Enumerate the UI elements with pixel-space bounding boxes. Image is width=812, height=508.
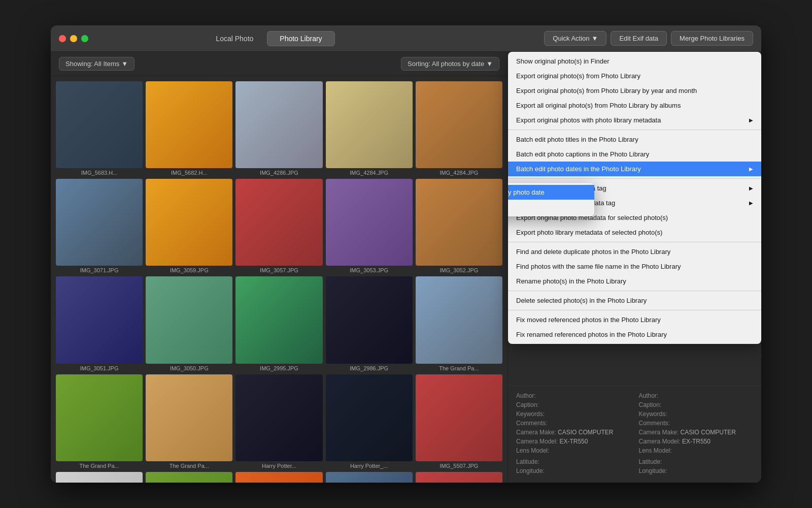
submenu-item-edit-date[interactable]: Edit Photo Library photo date (508, 200, 594, 214)
meta-right-comments: Comments: (639, 420, 754, 427)
photo-item[interactable]: IMG_4284.JPG (326, 81, 413, 176)
photo-item[interactable]: The Grand Pa... (416, 276, 502, 371)
photo-item[interactable]: IMG_5247.jpg (235, 472, 322, 483)
menu-item-batch-captions[interactable]: Batch edit photo captions in the Photo L… (508, 147, 761, 162)
meta-right-camera-model: Camera Model: EX-TR550 (639, 438, 754, 445)
photo-item[interactable]: IMG_3050.JPG (146, 276, 232, 371)
tab-local-photo[interactable]: Local Photo (203, 31, 266, 46)
meta-left-author: Author: (516, 392, 631, 399)
metadata-row-author: Author: Author: (516, 392, 753, 399)
photo-item[interactable]: IMG_2995.JPG (235, 276, 322, 371)
photo-label: IMG_3052.JPG (416, 267, 502, 273)
sorting-filter-button[interactable]: Sorting: All photos by date ▼ (401, 57, 499, 71)
chevron-right-icon: ▶ (749, 166, 753, 172)
photo-item[interactable]: Harry Potter... (235, 374, 322, 469)
filter-bar: Showing: All Items ▼ Sorting: All photos… (51, 52, 507, 76)
photo-item[interactable]: Screenshot_... (56, 472, 143, 483)
main-content: Showing: All Items ▼ Sorting: All photos… (51, 52, 761, 483)
photo-label: IMG_3050.JPG (146, 365, 232, 371)
meta-right-latitude: Latitude: (639, 458, 754, 465)
photo-item[interactable]: MVIMG_2019... (146, 472, 232, 483)
close-button[interactable] (59, 35, 66, 42)
meta-left-caption: Caption: (516, 401, 631, 408)
meta-left-camera-make: Camera Make: CASIO COMPUTER (516, 429, 631, 436)
photo-item[interactable]: 20161022_10... (326, 472, 413, 483)
photo-label: IMG_3071.JPG (56, 267, 143, 273)
menu-item-fix-moved[interactable]: Fix moved referenced photos in the Photo… (508, 312, 761, 327)
photo-item[interactable]: IMG_4284.JPG (416, 81, 502, 176)
menu-item-batch-titles[interactable]: Batch edit photo titles in the Photo Lib… (508, 132, 761, 147)
metadata-row-latitude: Latitude: Latitude: (516, 458, 753, 465)
submenu-item-use-camera-date[interactable]: Use original photo camera date as the Ph… (508, 185, 594, 200)
photo-item[interactable]: IMG_5507.JPG (416, 374, 502, 469)
photo-label: IMG_4284.JPG (416, 170, 502, 176)
quick-action-dropdown: Show original photo(s) in FinderExport o… (508, 52, 761, 344)
meta-left-longitude: Longitude: (516, 467, 631, 474)
chevron-right-icon: ▶ (749, 200, 753, 206)
menu-separator (508, 178, 761, 179)
metadata-panel: Author: Author: Caption: Caption: (508, 386, 761, 483)
menu-item-export-by-year[interactable]: Export original photo(s) from Photo Libr… (508, 83, 761, 98)
photo-label: IMG_3051.JPG (56, 365, 143, 371)
minimize-button[interactable] (70, 35, 77, 42)
menu-item-export-albums[interactable]: Export all original photo(s) from Photo … (508, 98, 761, 113)
menu-item-show-finder[interactable]: Show original photo(s) in Finder (508, 54, 761, 69)
chevron-right-icon: ▶ (749, 185, 753, 191)
photo-label: The Grand Pa... (146, 463, 232, 469)
merge-libraries-button[interactable]: Merge Photo Libraries (671, 31, 753, 46)
photo-item[interactable]: The Grand Pa... (146, 374, 232, 469)
photo-item[interactable]: IMG_5683.H... (56, 81, 143, 176)
meta-left-latitude: Latitude: (516, 458, 631, 465)
maximize-button[interactable] (81, 35, 88, 42)
toolbar-right: Quick Action ▼ Edit Exif data Merge Phot… (544, 31, 753, 46)
photo-label: IMG_5682.H... (146, 170, 232, 176)
menu-item-batch-dates[interactable]: Batch edit photo dates in the Photo Libr… (508, 162, 761, 176)
menu-item-export-original[interactable]: Export original photo(s) from Photo Libr… (508, 69, 761, 83)
photo-item[interactable]: IMG_3071.JPG (56, 179, 143, 273)
photo-grid: IMG_5683.H...IMG_5682.H...IMG_4286.JPGIM… (51, 76, 507, 483)
traffic-lights (59, 35, 88, 42)
titlebar: Local Photo Photo Library Quick Action ▼… (51, 25, 761, 52)
photo-label: IMG_4286.JPG (235, 170, 322, 176)
showing-filter-button[interactable]: Showing: All Items ▼ (59, 57, 134, 71)
photo-label: IMG_5507.JPG (416, 463, 502, 469)
meta-right-lens: Lens Model: (639, 447, 754, 454)
photo-item[interactable]: IMG_3051.JPG (56, 276, 143, 371)
photo-label: Harry Potter_... (326, 463, 413, 469)
photo-label: IMG_3053.JPG (326, 267, 413, 273)
chevron-right-icon: ▶ (749, 117, 753, 123)
photo-label: IMG_3057.JPG (235, 267, 322, 273)
meta-right-author: Author: (639, 392, 754, 399)
meta-right-keywords: Keywords: (639, 410, 754, 418)
photo-label: The Grand Pa... (416, 365, 502, 371)
photo-label: IMG_3059.JPG (146, 267, 232, 273)
photo-item[interactable]: IMG_3059.JPG (146, 179, 232, 273)
menu-item-find-same-name[interactable]: Find photos with the same file name in t… (508, 259, 761, 274)
photo-item[interactable]: IMG_3052.JPG (416, 179, 502, 273)
right-panel: Show original photo(s) in FinderExport o… (507, 52, 761, 483)
chevron-down-icon: ▼ (121, 60, 128, 68)
photo-item[interactable]: IMG_2986.JPG (326, 276, 413, 371)
photo-item[interactable]: IMG_3053.JPG (326, 179, 413, 273)
tab-group: Local Photo Photo Library (203, 31, 334, 46)
metadata-row-camera-make: Camera Make: CASIO COMPUTER Camera Make:… (516, 429, 753, 436)
menu-item-export-lib-meta[interactable]: Export photo library metadata of selecte… (508, 225, 761, 240)
meta-left-lens: Lens Model: (516, 447, 631, 454)
photo-item[interactable]: Harry Potter_... (326, 374, 413, 469)
menu-item-rename-photos[interactable]: Rename photo(s) in the Photo Library (508, 274, 761, 289)
photo-item[interactable]: IMG_5150.JPG (416, 472, 502, 483)
menu-item-export-metadata[interactable]: Export original photos with photo librar… (508, 113, 761, 128)
edit-exif-button[interactable]: Edit Exif data (611, 31, 667, 46)
tab-photo-library[interactable]: Photo Library (267, 31, 334, 46)
photo-item[interactable]: IMG_5682.H... (146, 81, 232, 176)
menu-item-find-duplicates[interactable]: Find and delete duplicate photos in the … (508, 244, 761, 259)
photo-item[interactable]: The Grand Pa... (56, 374, 143, 469)
photo-item[interactable]: IMG_4286.JPG (235, 81, 322, 176)
menu-item-delete-photos[interactable]: Delete selected photo(s) in the Photo Li… (508, 293, 761, 308)
metadata-row-caption: Caption: Caption: (516, 401, 753, 408)
menu-item-fix-renamed[interactable]: Fix renamed referenced photos in the Pho… (508, 327, 761, 342)
photo-panel: Showing: All Items ▼ Sorting: All photos… (51, 52, 507, 483)
chevron-down-icon: ▼ (486, 60, 493, 68)
quick-action-button[interactable]: Quick Action ▼ (544, 31, 606, 46)
photo-item[interactable]: IMG_3057.JPG (235, 179, 322, 273)
